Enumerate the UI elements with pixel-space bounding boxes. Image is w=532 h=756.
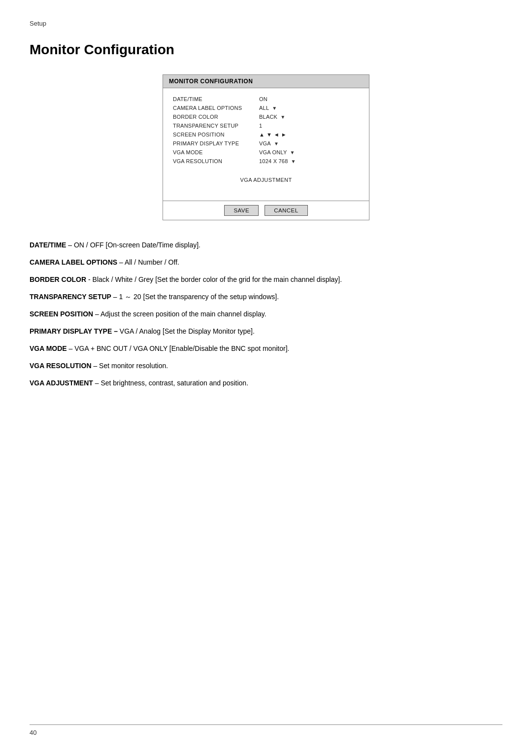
desc-camera-label-bold: CAMERA LABEL OPTIONS bbox=[30, 258, 117, 266]
description-section: DATE/TIME – ON / OFF [On-screen Date/Tim… bbox=[30, 240, 502, 388]
spacer2 bbox=[173, 190, 359, 196]
cancel-button[interactable]: CANCEL bbox=[265, 205, 307, 216]
value-date-time: ON bbox=[259, 96, 267, 102]
dialog-container: Monitor Configuration DATE/TIME ON CAMER… bbox=[30, 74, 502, 220]
save-button[interactable]: SAVE bbox=[224, 205, 259, 216]
desc-primary-display: PRIMARY DISPLAY TYPE – VGA / Analog [Set… bbox=[30, 326, 502, 337]
desc-border-color-text: - Black / White / Grey [Set the border c… bbox=[88, 275, 342, 283]
spacer bbox=[173, 167, 359, 173]
dialog-title-bar: Monitor Configuration bbox=[163, 75, 369, 88]
desc-primary-display-text: VGA / Analog [Set the Display Monitor ty… bbox=[120, 327, 255, 335]
desc-date-time-text: – ON / OFF [On-screen Date/Time display]… bbox=[68, 241, 200, 249]
value-vga-resolution: 1024 X 768 bbox=[259, 158, 288, 164]
label-vga-mode: VGA MODE bbox=[173, 149, 259, 155]
desc-screen-position: SCREEN POSITION – Adjust the screen posi… bbox=[30, 309, 502, 319]
arrow-up[interactable]: ▲ bbox=[259, 132, 265, 137]
row-vga-mode: VGA MODE VGA ONLY ▼ bbox=[173, 149, 359, 155]
desc-vga-resolution-text: – Set monitor resolution. bbox=[93, 362, 168, 370]
row-border-color: BORDER COLOR BLACK ▼ bbox=[173, 114, 359, 120]
desc-vga-adjustment-text: – Set brightness, contrast, saturation a… bbox=[95, 379, 248, 387]
desc-date-time: DATE/TIME – ON / OFF [On-screen Date/Tim… bbox=[30, 240, 502, 250]
dropdown-arrow-vga-resolution[interactable]: ▼ bbox=[291, 159, 296, 164]
dropdown-arrow-primary-display[interactable]: ▼ bbox=[274, 141, 279, 146]
breadcrumb: Setup bbox=[30, 20, 502, 27]
arrow-left[interactable]: ◄ bbox=[274, 132, 279, 137]
desc-vga-resolution: VGA RESOLUTION – Set monitor resolution. bbox=[30, 361, 502, 371]
row-primary-display: PRIMARY DISPLAY TYPE VGA ▼ bbox=[173, 140, 359, 146]
arrow-down[interactable]: ▼ bbox=[266, 132, 272, 137]
desc-border-color-bold: BORDER COLOR bbox=[30, 275, 86, 283]
page-footer: 40 bbox=[30, 724, 502, 736]
dialog-body: DATE/TIME ON CAMERA LABEL OPTIONS ALL ▼ … bbox=[163, 88, 369, 201]
desc-screen-position-bold: SCREEN POSITION bbox=[30, 310, 93, 318]
arrow-right[interactable]: ► bbox=[281, 132, 287, 137]
value-transparency: 1 bbox=[259, 123, 262, 129]
page-number: 40 bbox=[30, 729, 36, 736]
desc-vga-mode-text: – VGA + BNC OUT / VGA ONLY [Enable/Disab… bbox=[69, 344, 290, 352]
desc-camera-label-text: – All / Number / Off. bbox=[119, 258, 179, 266]
desc-screen-position-text: – Adjust the screen position of the main… bbox=[95, 310, 266, 318]
row-transparency: TRANSPARENCY SETUP 1 bbox=[173, 123, 359, 129]
screen-position-arrows: ▲ ▼ ◄ ► bbox=[259, 132, 287, 137]
desc-date-time-bold: DATE/TIME bbox=[30, 241, 66, 249]
label-primary-display: PRIMARY DISPLAY TYPE bbox=[173, 140, 259, 146]
dropdown-arrow-vga-mode[interactable]: ▼ bbox=[290, 150, 295, 155]
row-date-time: DATE/TIME ON bbox=[173, 96, 359, 102]
vga-adjustment-label[interactable]: VGA ADJUSTMENT bbox=[240, 177, 292, 183]
desc-transparency-text: – 1 ～ 20 [Set the transparency of the se… bbox=[113, 293, 279, 301]
monitor-config-dialog: Monitor Configuration DATE/TIME ON CAMER… bbox=[163, 74, 369, 220]
dropdown-arrow-camera-label[interactable]: ▼ bbox=[272, 105, 277, 111]
row-screen-position: SCREEN POSITION ▲ ▼ ◄ ► bbox=[173, 132, 359, 137]
desc-camera-label: CAMERA LABEL OPTIONS – All / Number / Of… bbox=[30, 257, 502, 268]
value-vga-mode: VGA ONLY bbox=[259, 149, 287, 155]
desc-vga-adjustment-bold: VGA ADJUSTMENT bbox=[30, 379, 93, 387]
row-vga-resolution: VGA RESOLUTION 1024 X 768 ▼ bbox=[173, 158, 359, 164]
vga-adjustment-row: VGA ADJUSTMENT bbox=[173, 173, 359, 190]
dropdown-arrow-border-color[interactable]: ▼ bbox=[280, 114, 285, 120]
label-transparency: TRANSPARENCY SETUP bbox=[173, 123, 259, 129]
label-border-color: BORDER COLOR bbox=[173, 114, 259, 120]
desc-border-color: BORDER COLOR - Black / White / Grey [Set… bbox=[30, 275, 502, 285]
value-border-color: BLACK bbox=[259, 114, 277, 120]
row-camera-label: CAMERA LABEL OPTIONS ALL ▼ bbox=[173, 105, 359, 111]
desc-primary-display-bold: PRIMARY DISPLAY TYPE – bbox=[30, 327, 118, 335]
desc-vga-mode: VGA MODE – VGA + BNC OUT / VGA ONLY [Ena… bbox=[30, 344, 502, 354]
desc-vga-mode-bold: VGA MODE bbox=[30, 344, 67, 352]
page-title: Monitor Configuration bbox=[30, 42, 502, 60]
desc-transparency-bold: TRANSPARENCY SETUP bbox=[30, 293, 111, 301]
label-camera-label: CAMERA LABEL OPTIONS bbox=[173, 105, 259, 111]
label-vga-resolution: VGA RESOLUTION bbox=[173, 158, 259, 164]
label-screen-position: SCREEN POSITION bbox=[173, 132, 259, 137]
desc-vga-adjustment: VGA ADJUSTMENT – Set brightness, contras… bbox=[30, 378, 502, 388]
label-date-time: DATE/TIME bbox=[173, 96, 259, 102]
desc-transparency: TRANSPARENCY SETUP – 1 ～ 20 [Set the tra… bbox=[30, 292, 502, 302]
dialog-footer: SAVE CANCEL bbox=[163, 201, 369, 220]
desc-vga-resolution-bold: VGA RESOLUTION bbox=[30, 362, 92, 370]
value-primary-display: VGA bbox=[259, 140, 271, 146]
value-camera-label: ALL bbox=[259, 105, 269, 111]
